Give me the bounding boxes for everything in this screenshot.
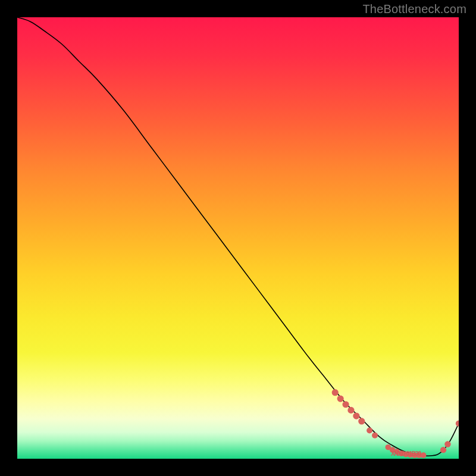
marker-cluster-descent-2 — [337, 395, 344, 402]
marker-cluster-descent-3 — [342, 401, 349, 408]
marker-mid-2 — [372, 433, 378, 439]
marker-valley-9 — [421, 452, 427, 458]
data-markers — [332, 389, 459, 458]
annotation-label-scuff: XNXD 01B30 — [391, 450, 421, 457]
marker-cluster-descent-4 — [347, 407, 354, 414]
marker-rise-3 — [456, 420, 459, 426]
marker-cluster-descent-6 — [358, 418, 365, 424]
marker-rise-1 — [440, 447, 446, 453]
plot-area: XNXD 01B30 — [17, 17, 459, 459]
annotations: XNXD 01B30 — [391, 450, 421, 457]
curve-svg: XNXD 01B30 — [17, 17, 459, 459]
marker-rise-2 — [444, 441, 450, 447]
marker-cluster-descent-1 — [332, 389, 339, 396]
chart-frame: TheBottleneck.com XNXD 01B30 — [0, 0, 476, 476]
watermark-text: TheBottleneck.com — [362, 2, 466, 16]
bottleneck-curve — [17, 17, 459, 456]
marker-cluster-descent-5 — [353, 412, 359, 419]
marker-mid-1 — [367, 428, 372, 434]
